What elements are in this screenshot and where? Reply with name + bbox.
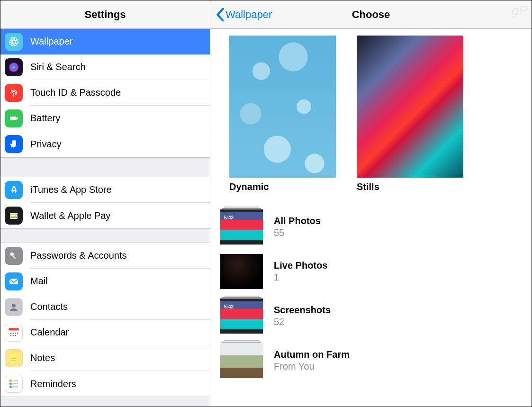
album-count: 52 (274, 317, 331, 327)
svg-point-5 (9, 62, 19, 72)
sidebar-item-label: Reminders (30, 371, 210, 397)
svg-point-27 (9, 380, 12, 382)
wallpaper-category-label: Dynamic (229, 181, 336, 192)
album-info: All Photos55 (274, 216, 321, 238)
wallet-icon (5, 207, 23, 225)
album-count: 55 (274, 227, 321, 238)
album-live[interactable]: Live Photos1 (220, 249, 532, 294)
key-icon (5, 247, 23, 265)
fingerprint-icon (5, 84, 23, 102)
sidebar-item-siri[interactable]: Siri & Search (0, 54, 210, 80)
album-thumb (220, 343, 263, 379)
thumb-timestamp: 5:42 (224, 215, 234, 220)
sidebar-item-privacy[interactable]: Privacy (0, 131, 210, 157)
back-label: Wallpaper (225, 9, 272, 21)
sidebar-item-label: Wallet & Apple Pay (30, 203, 210, 228)
sidebar-item-wallet[interactable]: Wallet & Apple Pay (0, 203, 210, 228)
sidebar-item-label: Siri & Search (30, 54, 210, 80)
album-name: Live Photos (274, 260, 327, 271)
svg-point-15 (12, 304, 16, 308)
wallpaper-thumb (229, 36, 336, 178)
wallpaper-icon (5, 33, 23, 51)
wallpaper-thumb (357, 36, 463, 178)
sidebar-item-battery[interactable]: Battery (0, 106, 210, 131)
sidebar-item-label: Contacts (30, 294, 210, 320)
sidebar-item-label: Notes (30, 345, 210, 371)
sidebar-item-label: Touch ID & Passcode (30, 80, 210, 106)
svg-point-21 (10, 335, 11, 336)
sidebar-item-label: Calendar (30, 320, 210, 345)
svg-point-2 (9, 40, 18, 43)
sidebar-item-itunes[interactable]: iTunes & App Store (0, 177, 210, 203)
detail-pane: Wallpaper Choose gP DynamicStills 5:42Al… (210, 0, 532, 407)
svg-point-19 (15, 333, 16, 334)
mail-icon (5, 272, 23, 290)
back-button[interactable]: Wallpaper (216, 0, 272, 28)
svg-point-20 (17, 333, 18, 334)
watermark: gP (512, 3, 528, 18)
album-info: Screenshots52 (274, 305, 331, 327)
svg-rect-6 (10, 117, 17, 120)
wallpaper-category-stills[interactable]: Stills (357, 36, 463, 192)
reminders-icon (5, 375, 23, 393)
sidebar-item-touchid[interactable]: Touch ID & Passcode (0, 80, 210, 106)
chevron-left-icon (216, 8, 225, 21)
sidebar-item-wallpaper[interactable]: Wallpaper (0, 29, 210, 54)
album-screenshots[interactable]: 5:42Screenshots52 (220, 294, 532, 338)
svg-rect-8 (10, 213, 18, 215)
sidebar-item-label: iTunes & App Store (30, 177, 210, 203)
svg-point-22 (13, 335, 14, 336)
sidebar-item-reminders[interactable]: Reminders (0, 371, 210, 397)
sidebar-item-mail[interactable]: Mail (0, 269, 210, 294)
detail-header: Wallpaper Choose gP (210, 0, 532, 29)
sidebar-title: Settings (0, 0, 210, 29)
calendar-icon (5, 324, 23, 342)
album-name: Screenshots (274, 305, 331, 316)
album-name: Autumn on Farm (274, 349, 350, 360)
album-autumn[interactable]: Autumn on FarmFrom You (220, 338, 532, 383)
wallpaper-category-label: Stills (357, 181, 463, 192)
sidebar-item-label: Battery (30, 106, 210, 131)
sidebar-item-label: Wallpaper (30, 29, 210, 54)
svg-point-23 (15, 335, 16, 336)
appstore-icon (5, 181, 23, 199)
battery-icon (5, 109, 23, 127)
album-count: From You (274, 361, 350, 372)
album-info: Live Photos1 (274, 260, 327, 283)
svg-rect-7 (17, 118, 18, 119)
album-thumb: 5:42 (220, 209, 263, 245)
notes-icon (5, 349, 23, 367)
album-thumb (220, 253, 263, 289)
svg-point-29 (9, 386, 12, 388)
album-all[interactable]: 5:42All Photos55 (220, 205, 532, 249)
siri-icon (5, 58, 23, 76)
svg-rect-24 (9, 353, 18, 363)
wallpaper-category-dynamic[interactable]: Dynamic (229, 36, 336, 192)
thumb-timestamp: 5:42 (224, 304, 234, 309)
svg-rect-10 (10, 216, 17, 217)
svg-rect-14 (9, 279, 18, 284)
svg-rect-13 (12, 255, 16, 259)
album-count: 1 (274, 272, 327, 283)
svg-rect-16 (9, 328, 19, 331)
sidebar-item-label: Passwords & Accounts (30, 243, 210, 269)
svg-rect-11 (10, 217, 17, 218)
wallpaper-categories: DynamicStills (210, 29, 532, 192)
sidebar-item-passwords[interactable]: Passwords & Accounts (0, 243, 210, 269)
album-name: All Photos (274, 216, 321, 226)
album-thumb: 5:42 (220, 298, 263, 334)
sidebar-item-calendar[interactable]: Calendar (0, 320, 210, 345)
contacts-icon (5, 298, 23, 316)
sidebar-item-label: Privacy (30, 131, 210, 157)
album-info: Autumn on FarmFrom You (274, 349, 350, 372)
svg-point-28 (9, 383, 12, 385)
svg-point-18 (13, 333, 14, 334)
sidebar-item-notes[interactable]: Notes (0, 345, 210, 371)
sidebar-item-contacts[interactable]: Contacts (0, 294, 210, 320)
detail-body: DynamicStills 5:42All Photos55Live Photo… (210, 29, 532, 407)
svg-point-17 (10, 333, 11, 334)
settings-sidebar: Settings WallpaperSiri & SearchTouch ID … (0, 0, 210, 407)
hand-icon (5, 135, 23, 153)
sidebar-item-label: Mail (30, 269, 210, 294)
album-list: 5:42All Photos55Live Photos15:42Screensh… (210, 192, 532, 383)
